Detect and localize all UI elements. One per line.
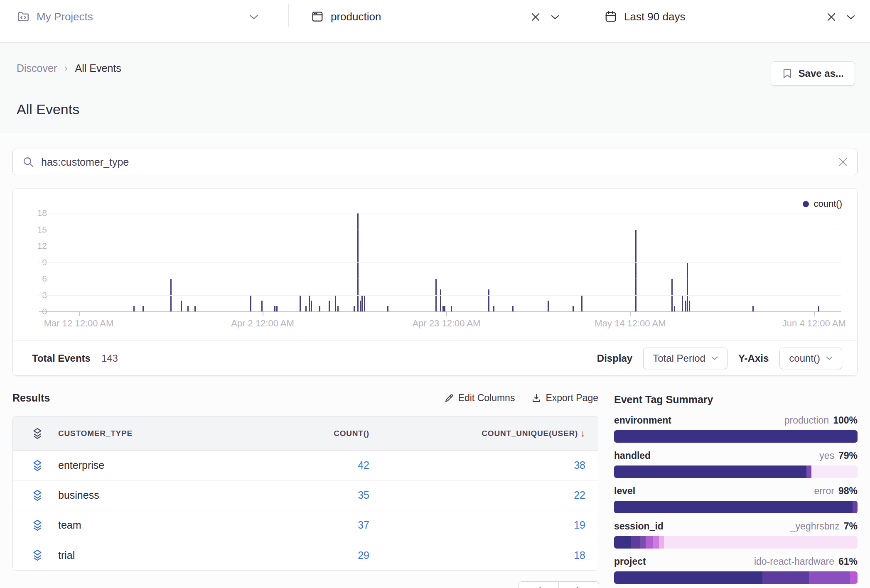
- cell-count-link[interactable]: 37: [358, 519, 369, 531]
- tag-row-handled: handledyes79%: [614, 450, 858, 478]
- tag-top-value: _yeghrsbnz: [790, 521, 840, 532]
- pagination: [519, 581, 599, 588]
- chart-bar: [261, 301, 263, 311]
- cell-count-unique-link[interactable]: 19: [574, 519, 585, 531]
- breadcrumb-current: All Events: [75, 62, 121, 74]
- tag-key: level: [614, 485, 635, 497]
- search-input[interactable]: [41, 156, 831, 168]
- table-row[interactable]: team3719: [13, 510, 598, 540]
- cell-customer-type: enterprise: [58, 459, 245, 471]
- save-as-button[interactable]: Save as...: [771, 61, 855, 86]
- top-bar: My Projects production Last 90 days: [0, 0, 870, 43]
- chart-bar: [250, 295, 251, 312]
- x-axis-tick: [446, 312, 447, 316]
- chart-bar: [674, 306, 675, 311]
- x-axis-tick-label: May 14 12:00 AM: [576, 318, 684, 329]
- table-header-row: CUSTOMER_TYPE COUNT() COUNT_UNIQUE(USER)…: [13, 416, 598, 451]
- tag-row-project: projectido-react-hardware61%: [614, 556, 858, 584]
- tag-distribution-bar: [614, 466, 858, 478]
- tag-top-value: ido-react-hardware: [754, 556, 834, 567]
- cell-customer-type: business: [58, 489, 245, 501]
- chart-bar: [442, 306, 444, 311]
- table-row[interactable]: business3522: [13, 480, 598, 510]
- chart-bar: [512, 306, 514, 311]
- x-axis-tick-label: Jun 4 12:00 AM: [760, 318, 868, 329]
- project-selector-caret[interactable]: [249, 11, 258, 23]
- sort-desc-icon: ↓: [580, 428, 585, 439]
- y-axis-label: Y-Axis: [738, 353, 769, 364]
- environment-clear-button[interactable]: [531, 12, 540, 22]
- display-dropdown-value: Total Period: [653, 353, 705, 364]
- tag-percentage: 98%: [838, 485, 858, 497]
- layers-icon[interactable]: [32, 549, 58, 561]
- close-icon: [827, 12, 836, 22]
- cell-count-link[interactable]: 35: [358, 489, 369, 501]
- project-selector[interactable]: My Projects: [17, 7, 93, 26]
- search-clear-icon[interactable]: [838, 157, 848, 167]
- column-header-customer-type[interactable]: CUSTOMER_TYPE: [58, 429, 245, 438]
- chart-bar: [133, 306, 135, 311]
- chart-footer: Total Events 143 Display Total Period Y-…: [13, 341, 857, 375]
- page-header: Discover › All Events All Events Save as…: [0, 43, 870, 133]
- column-header-count-unique[interactable]: COUNT_UNIQUE(USER) ↓: [482, 428, 585, 439]
- table-row[interactable]: enterprise4238: [13, 451, 598, 480]
- environment-caret[interactable]: [551, 15, 559, 20]
- x-axis-tick: [630, 312, 631, 316]
- table-row[interactable]: trial2918: [13, 540, 598, 570]
- legend-dot: [803, 201, 809, 207]
- event-tag-summary-title: Event Tag Summary: [614, 394, 858, 406]
- y-axis-dropdown[interactable]: count(): [779, 348, 842, 369]
- layers-icon[interactable]: [32, 519, 58, 532]
- cell-count-link[interactable]: 42: [358, 459, 369, 471]
- total-events-value: 143: [101, 353, 118, 364]
- pagination-prev-button[interactable]: [519, 581, 559, 588]
- cell-count-unique-link[interactable]: 18: [574, 549, 585, 561]
- chart-x-axis-line: [39, 311, 841, 312]
- chart-bar: [682, 295, 683, 312]
- chart-bar: [440, 289, 441, 311]
- edit-columns-button[interactable]: Edit Columns: [444, 392, 515, 404]
- results-table: CUSTOMER_TYPE COUNT() COUNT_UNIQUE(USER)…: [12, 416, 598, 571]
- tag-row-level: levelerror98%: [614, 485, 858, 513]
- breadcrumb-separator-icon: ›: [64, 63, 67, 74]
- edit-columns-label: Edit Columns: [458, 392, 515, 404]
- date-range-selector[interactable]: Last 90 days: [604, 7, 685, 26]
- x-axis-tick-label: Apr 2 12:00 AM: [209, 318, 317, 329]
- chart-bar: [309, 295, 310, 312]
- search-icon: [22, 156, 34, 168]
- breadcrumb-discover[interactable]: Discover: [17, 62, 57, 74]
- layers-icon[interactable]: [32, 459, 58, 472]
- tag-key: project: [614, 556, 646, 567]
- gridline: [39, 279, 841, 279]
- environment-selector[interactable]: production: [311, 7, 381, 26]
- chart-bar: [187, 306, 189, 311]
- pagination-next-button[interactable]: [559, 581, 599, 588]
- legend-item-count[interactable]: count(): [803, 198, 842, 209]
- x-axis-tick: [79, 312, 80, 316]
- export-page-button[interactable]: Export Page: [531, 392, 598, 404]
- date-range-clear-button[interactable]: [827, 12, 836, 22]
- bookmark-icon: [782, 68, 793, 79]
- column-header-count[interactable]: COUNT(): [334, 429, 369, 438]
- tag-percentage: 100%: [833, 415, 858, 426]
- tag-distribution-bar: [614, 571, 858, 584]
- cell-count-unique-link[interactable]: 22: [574, 489, 585, 501]
- close-icon: [531, 12, 540, 22]
- chart-bar: [451, 306, 452, 311]
- display-dropdown[interactable]: Total Period: [643, 348, 727, 369]
- cell-count-unique-link[interactable]: 38: [574, 459, 585, 471]
- tag-key: handled: [614, 450, 651, 461]
- chart-bar: [361, 295, 363, 312]
- chart-bar: [276, 306, 278, 311]
- results-header: Results Edit Columns Export Page: [12, 392, 598, 404]
- date-range-caret[interactable]: [847, 15, 855, 20]
- chart-bar: [818, 306, 819, 311]
- x-axis-tick-label: Apr 23 12:00 AM: [392, 318, 500, 329]
- chevron-right-icon: [576, 586, 582, 588]
- layers-icon[interactable]: [32, 489, 58, 502]
- chart-bar: [181, 301, 182, 311]
- cell-count-link[interactable]: 29: [358, 549, 369, 561]
- chevron-left-icon: [536, 586, 542, 588]
- chevron-down-icon: [249, 14, 258, 20]
- tag-row-environment: environmentproduction100%: [614, 415, 858, 443]
